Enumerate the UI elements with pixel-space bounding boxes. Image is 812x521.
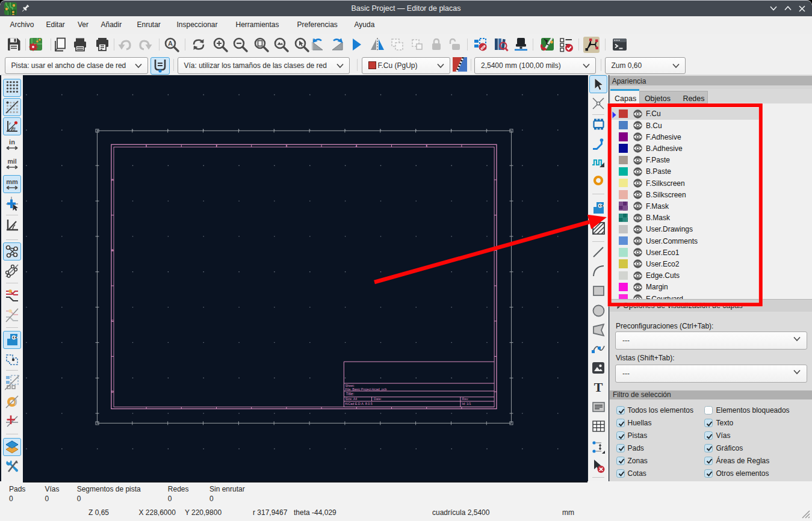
svg-text:θ: θ [13,125,16,131]
svg-text:T: T [594,380,603,395]
svg-text:A: A [168,40,173,47]
svg-text:mm: mm [6,178,18,185]
svg-text:3: 3 [285,144,287,148]
svg-text:5: 5 [426,144,427,148]
svg-text:mil: mil [7,158,16,165]
svg-text:File: Basic Project.kicad_pcb: File: Basic Project.kicad_pcb [345,387,386,391]
svg-text:Size: A4: Size: A4 [345,397,357,401]
svg-text:in: in [9,138,15,146]
svg-text:D: D [111,390,114,393]
svg-text:KiCad E.D.A. 8.0.5: KiCad E.D.A. 8.0.5 [345,402,372,405]
svg-text:4: 4 [355,144,357,148]
svg-text:Date:: Date: [374,397,382,401]
svg-text:r: r [9,121,11,126]
svg-text:Title:: Title: [346,392,354,396]
svg-text:C: C [111,319,114,322]
svg-text:1: 1 [145,144,147,148]
svg-text:Rev:: Rev: [462,397,468,401]
svg-text:Id: 1/1: Id: 1/1 [462,402,471,405]
svg-text:2: 2 [215,144,217,148]
